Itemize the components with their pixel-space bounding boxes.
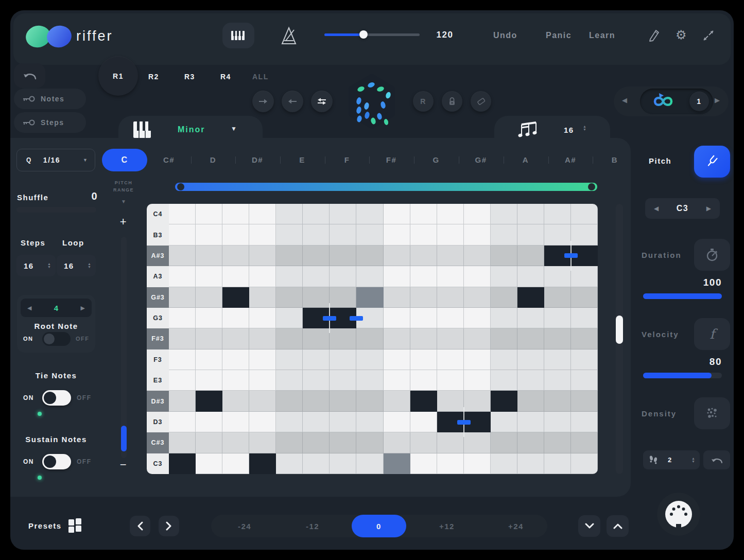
key-c-selected[interactable]: C: [102, 149, 147, 171]
grid-cell[interactable]: [517, 224, 544, 245]
transpose-plus12[interactable]: +12: [431, 522, 462, 531]
grid-cell[interactable]: [356, 453, 383, 474]
grid-cell[interactable]: [384, 412, 410, 432]
grid-cell[interactable]: [517, 432, 544, 453]
grid-cell[interactable]: [303, 204, 330, 224]
piano-roll-grid[interactable]: C4B3A#3A3G#3G3F#3F3E3D#3D3C#3C3: [147, 204, 598, 474]
note-cell[interactable]: [249, 453, 276, 474]
vertical-zoom-thumb[interactable]: [121, 426, 127, 451]
grid-cell[interactable]: [437, 349, 464, 370]
revert-button[interactable]: [703, 450, 730, 469]
grid-cell[interactable]: [169, 204, 196, 224]
sustain-notes-toggle[interactable]: [42, 454, 71, 469]
duration-button[interactable]: [694, 239, 730, 271]
r-mode-button[interactable]: R: [413, 91, 434, 112]
loop-prev-arrow[interactable]: ◀: [622, 96, 627, 104]
grid-cell[interactable]: [276, 224, 303, 245]
grid-cell[interactable]: [517, 308, 544, 328]
grid-cell[interactable]: [544, 432, 571, 453]
vertical-zoom-track[interactable]: [121, 237, 127, 458]
grid-cell[interactable]: [169, 432, 196, 453]
grid-cell[interactable]: [249, 266, 276, 287]
key-d[interactable]: D: [202, 155, 224, 164]
root-note-value-selector[interactable]: ◀ 4 ▶: [21, 299, 92, 317]
grid-cell[interactable]: [222, 453, 249, 474]
grid-cell[interactable]: [571, 349, 598, 370]
key-csharp[interactable]: C#: [158, 155, 180, 164]
transpose-zero-selected[interactable]: 0: [352, 515, 406, 537]
grid-cell[interactable]: [517, 246, 544, 266]
grid-cell[interactable]: [222, 370, 249, 391]
grid-cell[interactable]: [437, 287, 464, 308]
grid-cell[interactable]: [464, 204, 491, 224]
grid-cell[interactable]: [517, 204, 544, 224]
grid-cell[interactable]: [196, 287, 222, 308]
grid-cell[interactable]: [249, 287, 276, 308]
grid-cell[interactable]: [544, 224, 571, 245]
grid-cell[interactable]: [196, 246, 222, 266]
midi-connector-icon[interactable]: [665, 500, 693, 528]
grid-cell[interactable]: [384, 349, 410, 370]
grid-cell[interactable]: [330, 287, 356, 308]
grid-cell[interactable]: [384, 266, 410, 287]
grid-cell[interactable]: [276, 246, 303, 266]
grid-cell[interactable]: [249, 370, 276, 391]
dice-randomize-button[interactable]: [343, 73, 400, 130]
grid-cell[interactable]: [276, 308, 303, 328]
back-button[interactable]: [14, 63, 45, 88]
grid-cell[interactable]: [249, 224, 276, 245]
grid-cell[interactable]: [491, 308, 517, 328]
grid-cell[interactable]: [410, 308, 437, 328]
grid-cell[interactable]: [169, 370, 196, 391]
stepper-arrows[interactable]: ▲▼: [691, 457, 695, 463]
grid-cell[interactable]: [571, 328, 598, 349]
grid-cell[interactable]: [464, 246, 491, 266]
grid-cell[interactable]: [410, 453, 437, 474]
grid-cell[interactable]: [464, 391, 491, 411]
stepper-arrows[interactable]: ▲▼: [47, 262, 51, 269]
grid-cell[interactable]: [544, 349, 571, 370]
grid-cell[interactable]: [356, 246, 383, 266]
tie-notes-toggle[interactable]: [42, 390, 71, 406]
grid-cell[interactable]: [222, 391, 249, 411]
grid-cell[interactable]: [196, 432, 222, 453]
prev-arrow-icon[interactable]: ◀: [654, 205, 659, 212]
grid-cell[interactable]: [571, 453, 598, 474]
grid-cell[interactable]: [517, 391, 544, 411]
grid-cell[interactable]: [464, 266, 491, 287]
grid-cell[interactable]: [196, 453, 222, 474]
grid-cell[interactable]: [303, 266, 330, 287]
grid-cell[interactable]: [437, 204, 464, 224]
grid-cell[interactable]: [169, 308, 196, 328]
grid-cell[interactable]: [196, 412, 222, 432]
grid-cell[interactable]: [571, 266, 598, 287]
octave-up-button[interactable]: [607, 515, 629, 537]
pitch-range-min-knob[interactable]: [177, 183, 184, 190]
grid-cell[interactable]: [276, 432, 303, 453]
grid-cell[interactable]: [491, 224, 517, 245]
grid-cell[interactable]: [356, 204, 383, 224]
grid-cell[interactable]: [517, 266, 544, 287]
grid-cell[interactable]: [303, 453, 330, 474]
loop-next-arrow[interactable]: ▶: [715, 96, 720, 104]
grid-cell[interactable]: [249, 308, 276, 328]
lock-steps-toggle[interactable]: Steps: [14, 112, 86, 133]
grid-cell[interactable]: [544, 328, 571, 349]
grid-cell[interactable]: [222, 308, 249, 328]
note-cell[interactable]: [517, 287, 544, 308]
grid-cell[interactable]: [571, 287, 598, 308]
loop-display[interactable]: 1: [640, 89, 713, 114]
pitch-range-slider[interactable]: [175, 183, 597, 191]
grid-cell[interactable]: [356, 432, 383, 453]
grid-cell[interactable]: [410, 204, 437, 224]
grid-cell[interactable]: [356, 349, 383, 370]
grid-cell[interactable]: [517, 328, 544, 349]
next-page-button[interactable]: [159, 516, 179, 536]
grid-cell[interactable]: [410, 287, 437, 308]
grid-cell[interactable]: [437, 328, 464, 349]
grid-cell[interactable]: [437, 308, 464, 328]
eraser-icon-button[interactable]: [471, 91, 491, 112]
grid-cell[interactable]: [303, 287, 330, 308]
grid-cell[interactable]: [571, 308, 598, 328]
grid-cell[interactable]: [169, 287, 196, 308]
